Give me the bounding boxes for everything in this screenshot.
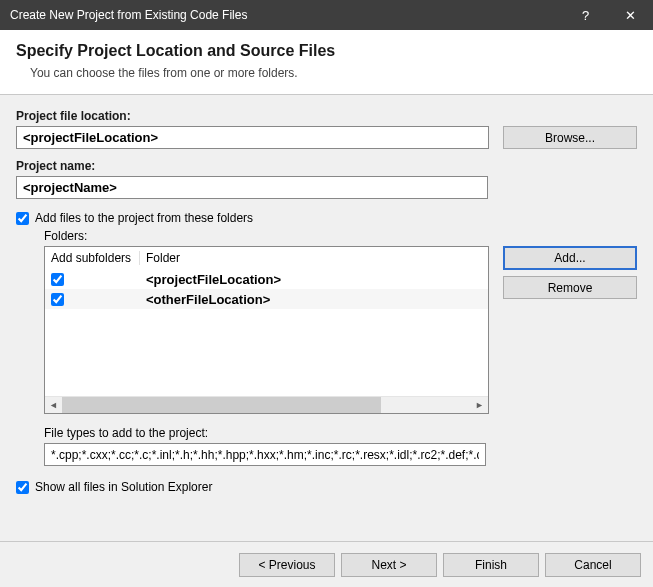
add-files-from-folders-label: Add files to the project from these fold… — [35, 211, 253, 225]
row-subfolders-checkbox[interactable] — [51, 293, 64, 306]
remove-folder-button[interactable]: Remove — [503, 276, 637, 299]
folders-table-header: Add subfolders Folder — [45, 247, 488, 269]
finish-button[interactable]: Finish — [443, 553, 539, 577]
file-types-label: File types to add to the project: — [44, 426, 637, 440]
cancel-button[interactable]: Cancel — [545, 553, 641, 577]
show-all-files-checkbox[interactable] — [16, 481, 29, 494]
folders-label: Folders: — [44, 229, 637, 243]
row-folder-cell: <otherFileLocation> — [140, 292, 488, 307]
scroll-left-icon[interactable]: ◄ — [45, 397, 62, 413]
add-files-from-folders-checkbox[interactable] — [16, 212, 29, 225]
wizard-footer: < Previous Next > Finish Cancel — [0, 541, 653, 587]
row-subfolders-checkbox[interactable] — [51, 273, 64, 286]
browse-button[interactable]: Browse... — [503, 126, 637, 149]
project-location-input[interactable] — [16, 126, 489, 149]
titlebar: Create New Project from Existing Code Fi… — [0, 0, 653, 30]
close-button[interactable]: ✕ — [608, 0, 653, 30]
table-row[interactable]: <projectFileLocation> — [45, 269, 488, 289]
next-button[interactable]: Next > — [341, 553, 437, 577]
previous-button[interactable]: < Previous — [239, 553, 335, 577]
scrollbar-thumb[interactable] — [62, 397, 381, 413]
file-types-input[interactable] — [44, 443, 486, 466]
column-header-folder[interactable]: Folder — [140, 251, 488, 265]
project-name-label: Project name: — [16, 159, 637, 173]
page-title: Specify Project Location and Source File… — [16, 42, 637, 60]
help-button[interactable]: ? — [563, 0, 608, 30]
add-folder-button[interactable]: Add... — [503, 246, 637, 270]
table-row[interactable]: <otherFileLocation> — [45, 289, 488, 309]
add-files-checkbox-row: Add files to the project from these fold… — [16, 211, 637, 225]
wizard-header: Specify Project Location and Source File… — [0, 30, 653, 95]
row-folder-cell: <projectFileLocation> — [140, 272, 488, 287]
folders-table: Add subfolders Folder <projectFileLocati… — [44, 246, 489, 414]
show-all-files-label: Show all files in Solution Explorer — [35, 480, 212, 494]
window-title: Create New Project from Existing Code Fi… — [10, 8, 563, 22]
project-location-label: Project file location: — [16, 109, 637, 123]
scroll-right-icon[interactable]: ► — [471, 397, 488, 413]
column-header-subfolders[interactable]: Add subfolders — [45, 251, 140, 265]
project-name-input[interactable] — [16, 176, 488, 199]
wizard-body: Project file location: Browse... Project… — [0, 95, 653, 504]
horizontal-scrollbar[interactable]: ◄ ► — [45, 396, 488, 413]
page-subtitle: You can choose the files from one or mor… — [30, 66, 637, 80]
